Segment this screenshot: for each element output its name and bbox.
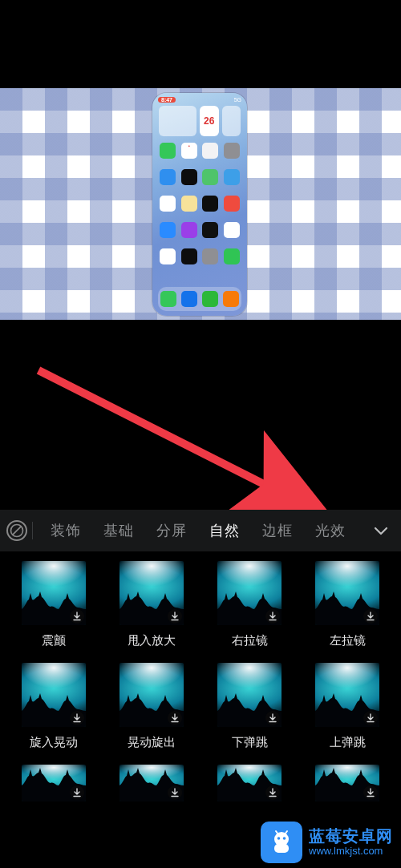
phone-dock — [158, 287, 241, 311]
download-icon — [168, 609, 182, 624]
phone-widget-row: 26 — [159, 106, 241, 136]
app-settings — [202, 248, 218, 264]
effect-label: 甩入放大 — [128, 633, 176, 648]
effect-label: 右拉镜 — [232, 633, 268, 648]
tab-3[interactable]: 自然 — [198, 521, 251, 540]
dock-app-alipay — [181, 291, 197, 307]
app-camera — [224, 143, 240, 159]
effect-label: 左拉镜 — [330, 633, 366, 648]
app-calendar: • — [181, 143, 197, 159]
effect-item[interactable]: 上弹跳 — [313, 663, 382, 750]
app-root: 8:47 5G 26 • 装饰基础分屏自然边框光效 震颤甩入放大右拉镜左拉镜 — [0, 0, 401, 868]
svg-rect-4 — [274, 844, 289, 853]
effect-thumb — [119, 765, 184, 801]
effect-thumb — [119, 663, 184, 727]
effect-thumb — [315, 765, 379, 801]
effect-thumb — [22, 663, 86, 727]
app-reminders — [160, 196, 176, 212]
effect-label: 震颤 — [42, 633, 66, 648]
app-podcasts — [181, 222, 197, 238]
chevron-down-icon[interactable] — [367, 517, 395, 544]
widget-facetime — [159, 106, 196, 136]
effect-thumb — [217, 561, 282, 625]
download-icon — [70, 609, 84, 624]
category-tabs: 装饰基础分屏自然边框光效 — [39, 521, 367, 540]
effect-thumb — [315, 561, 379, 625]
svg-line-2 — [13, 527, 21, 535]
effect-thumb — [217, 663, 282, 727]
watermark-url: www.lmkjst.com — [309, 846, 393, 858]
app-mail — [160, 169, 176, 185]
svg-line-7 — [276, 831, 278, 834]
effect-item[interactable]: 甩入放大 — [117, 561, 186, 648]
app-appstore — [160, 222, 176, 238]
watermark: 蓝莓安卓网 www.lmkjst.com — [261, 822, 393, 863]
watermark-text: 蓝莓安卓网 www.lmkjst.com — [309, 827, 393, 858]
app-clock — [181, 169, 197, 185]
tab-2[interactable]: 分屏 — [145, 521, 198, 540]
dock-app-wechat — [202, 291, 218, 307]
download-icon — [70, 785, 84, 800]
download-icon — [363, 609, 378, 624]
tab-1[interactable]: 基础 — [92, 521, 145, 540]
app-notes — [181, 196, 197, 212]
app-photos — [202, 143, 218, 159]
tab-5[interactable]: 光效 — [304, 521, 357, 540]
svg-line-8 — [285, 831, 287, 834]
status-signal: 5G — [234, 97, 241, 103]
phone-home-apps: • — [156, 141, 243, 281]
effect-category-bar: 装饰基础分屏自然边框光效 — [0, 510, 401, 551]
watermark-logo — [261, 822, 302, 863]
effect-item[interactable]: 下弹跳 — [215, 663, 284, 750]
svg-point-5 — [277, 837, 281, 840]
divider — [32, 522, 33, 539]
app-facetime — [160, 143, 176, 159]
effect-item[interactable]: 震颤 — [19, 561, 88, 648]
effect-item[interactable]: 旋入晃动 — [19, 663, 88, 750]
no-effect-icon[interactable] — [6, 520, 27, 541]
effect-item[interactable] — [215, 765, 284, 809]
effect-label: 晃动旋出 — [128, 735, 176, 750]
download-icon — [363, 711, 378, 725]
phone-mockup: 8:47 5G 26 • — [152, 93, 247, 316]
effect-thumb — [22, 765, 86, 801]
effect-label: 旋入晃动 — [30, 735, 78, 750]
download-icon — [363, 785, 378, 800]
effect-thumb — [217, 765, 282, 801]
effect-label: 上弹跳 — [330, 735, 366, 750]
svg-line-0 — [38, 370, 321, 513]
effect-item[interactable]: 右拉镜 — [215, 561, 284, 648]
effect-item[interactable]: 晃动旋出 — [117, 663, 186, 750]
dock-app-uc — [223, 291, 239, 307]
download-icon — [70, 711, 84, 725]
tab-0[interactable]: 装饰 — [39, 521, 92, 540]
app-maps — [202, 169, 218, 185]
download-icon — [168, 711, 182, 725]
app-health — [224, 222, 240, 238]
app-tv — [202, 222, 218, 238]
effects-grid: 震颤甩入放大右拉镜左拉镜旋入晃动晃动旋出下弹跳上弹跳 — [0, 561, 401, 809]
download-icon — [168, 785, 182, 800]
phone-status-bar: 8:47 5G — [158, 96, 241, 103]
effect-item[interactable]: 左拉镜 — [313, 561, 382, 648]
effect-thumb — [119, 561, 184, 625]
effect-item[interactable] — [19, 765, 88, 809]
app-stocks — [202, 196, 218, 212]
download-icon — [265, 609, 280, 624]
watermark-title: 蓝莓安卓网 — [309, 827, 393, 846]
dock-app-phone — [160, 291, 176, 307]
app-weather — [224, 169, 240, 185]
download-icon — [265, 711, 280, 725]
app-news — [224, 196, 240, 212]
widget-calendar: 26 — [200, 106, 219, 136]
effect-thumb — [315, 663, 379, 727]
widget-unknown — [222, 106, 241, 136]
effect-label: 下弹跳 — [232, 735, 268, 750]
effect-item[interactable] — [117, 765, 186, 809]
app-home — [160, 248, 176, 264]
app-jd — [224, 248, 240, 264]
effect-thumb — [22, 561, 86, 625]
video-preview[interactable]: 8:47 5G 26 • — [0, 88, 401, 320]
tab-4[interactable]: 边框 — [251, 521, 304, 540]
effect-item[interactable] — [313, 765, 382, 809]
